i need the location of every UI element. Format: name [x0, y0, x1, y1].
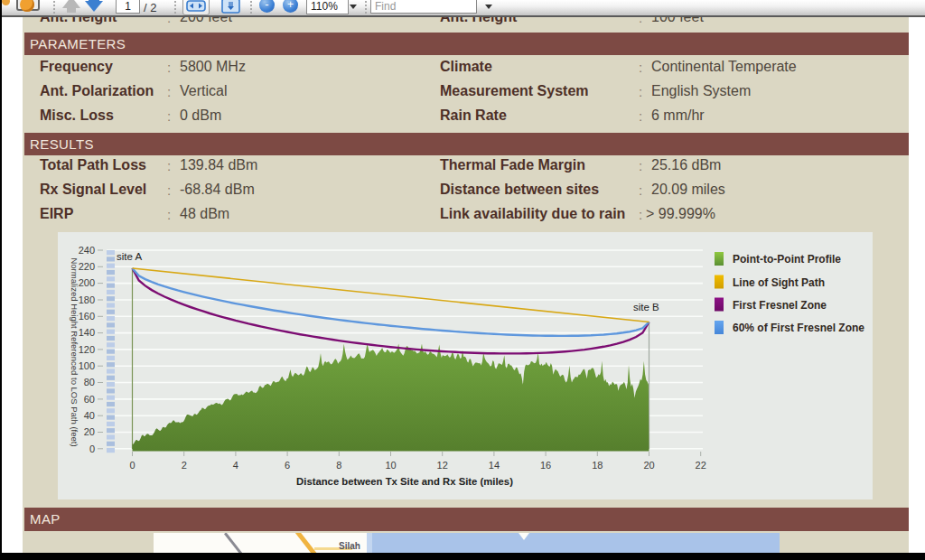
svg-text:100: 100 — [79, 360, 95, 371]
svg-text:200: 200 — [79, 277, 95, 288]
svg-text:20: 20 — [643, 460, 654, 471]
svg-text:2: 2 — [182, 460, 187, 471]
svg-text:180: 180 — [79, 294, 95, 305]
svg-text:4: 4 — [233, 460, 238, 471]
svg-text:10: 10 — [385, 460, 396, 471]
svg-text:40: 40 — [84, 410, 95, 421]
svg-text:60: 60 — [84, 394, 95, 405]
svg-text:site A: site A — [117, 251, 142, 262]
svg-text:60% of First Fresnel Zone: 60% of First Fresnel Zone — [733, 322, 864, 334]
svg-text:18: 18 — [592, 460, 603, 471]
svg-text:240: 240 — [79, 245, 95, 256]
svg-text:6: 6 — [285, 460, 290, 471]
svg-text:Line of Sight Path: Line of Sight Path — [733, 276, 825, 289]
svg-text:Normalized Height Referenced t: Normalized Height Referenced to LOS Path… — [70, 257, 79, 446]
svg-text:12: 12 — [437, 460, 448, 471]
svg-text:Point-to-Point Profile: Point-to-Point Profile — [733, 253, 841, 266]
svg-text:0: 0 — [129, 460, 135, 471]
svg-text:160: 160 — [79, 311, 95, 322]
svg-text:0: 0 — [89, 443, 95, 454]
svg-text:140: 140 — [79, 327, 95, 338]
svg-text:First Fresnel Zone: First Fresnel Zone — [733, 299, 827, 312]
svg-text:16: 16 — [540, 460, 551, 471]
svg-text:220: 220 — [79, 261, 95, 272]
svg-text:14: 14 — [489, 460, 500, 471]
svg-text:20: 20 — [84, 426, 95, 437]
svg-text:80: 80 — [84, 377, 95, 387]
svg-text:120: 120 — [79, 344, 95, 355]
svg-text:22: 22 — [696, 460, 706, 471]
svg-text:Distance between Tx Site and R: Distance between Tx Site and Rx Site (mi… — [296, 476, 513, 487]
svg-text:site B: site B — [633, 302, 659, 313]
svg-text:8: 8 — [336, 460, 341, 471]
